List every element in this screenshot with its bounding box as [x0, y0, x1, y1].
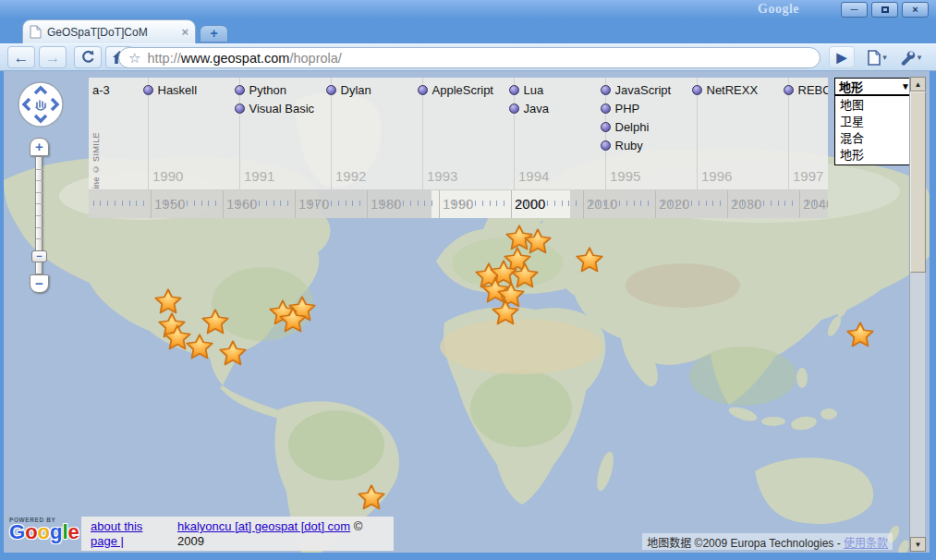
scrollbar-thumb[interactable]	[910, 91, 926, 273]
timeline-minor-tick	[504, 201, 504, 206]
event-dot-icon	[143, 85, 153, 95]
vertical-scrollbar[interactable]: ▲ ▼	[909, 77, 925, 552]
map-type-option[interactable]: 地形	[835, 147, 914, 164]
timeline-decade-label: 1970	[298, 196, 329, 212]
timeline-event[interactable]: Dylan	[326, 83, 371, 96]
bookmark-star-icon[interactable]: ☆	[128, 51, 140, 65]
timeline-minor-tick	[403, 201, 404, 206]
event-label: REBOL	[798, 83, 829, 97]
reload-button[interactable]	[74, 46, 102, 68]
maximize-button[interactable]	[871, 2, 898, 18]
timeline-minor-tick	[778, 201, 779, 206]
timeline-event[interactable]: PHP	[601, 102, 640, 115]
back-button[interactable]: ←	[7, 46, 35, 68]
timeline-event[interactable]: REBOL	[784, 83, 829, 96]
timeline-event[interactable]: Visual Basic	[235, 102, 315, 115]
go-button[interactable]: ▶	[829, 46, 855, 68]
event-label: Ruby	[615, 139, 643, 152]
map-marker-star-icon[interactable]	[219, 339, 247, 367]
map-marker-star-icon[interactable]	[279, 306, 307, 334]
timeline-minor-tick	[136, 201, 137, 206]
timeline-event[interactable]: JavaScript	[601, 83, 672, 96]
zoom-tick	[36, 180, 43, 181]
timeline-year-label: 1993	[427, 168, 457, 184]
scroll-down-button[interactable]: ▼	[910, 537, 926, 552]
map-marker-star-icon[interactable]	[186, 333, 213, 360]
timeline-event[interactable]: Lua	[509, 83, 544, 96]
timeline-event[interactable]: Delphi	[601, 120, 650, 133]
plus-icon: +	[35, 139, 43, 154]
map-marker-star-icon[interactable]	[201, 308, 229, 335]
terms-link[interactable]: 使用条款	[844, 537, 888, 550]
timeline-minor-tick	[352, 201, 353, 206]
map-type-select[interactable]: 地形 ▼	[834, 78, 915, 95]
timeline-minor-tick	[691, 201, 692, 206]
timeline-minor-tick	[331, 201, 332, 206]
title-bar: Google ─ ×	[0, 0, 936, 19]
map-marker-star-icon[interactable]	[576, 246, 603, 274]
timeline-event[interactable]: Haskell	[143, 83, 198, 96]
map-marker-star-icon[interactable]	[492, 298, 519, 326]
event-dot-icon	[418, 85, 428, 95]
timeline-minor-tick	[424, 201, 425, 206]
map-type-options: 地图卫星混合地形	[834, 95, 915, 165]
timeline-year-label: 1997	[793, 168, 823, 184]
page-content: a-3 Timeline © SIMILE 199019911992199319…	[4, 71, 930, 553]
map-marker-star-icon[interactable]	[846, 321, 874, 348]
page-menu-button[interactable]: ▾	[862, 46, 892, 68]
timeline-minor-tick	[619, 201, 620, 206]
zoom-tick	[36, 215, 43, 216]
new-tab-button[interactable]: +	[200, 25, 228, 43]
tools-menu-button[interactable]: ▾	[894, 46, 926, 68]
google-maps-logo[interactable]: POWERED BY Google	[9, 517, 81, 542]
back-icon: ←	[14, 50, 30, 66]
timeline-minor-tick	[482, 201, 483, 206]
timeline-event[interactable]: Java	[509, 102, 549, 115]
timeline-decade-label: 1990	[443, 196, 473, 212]
event-label: Visual Basic	[249, 102, 315, 116]
tab-title: GeOSpaT[DoT]CoM	[47, 26, 176, 39]
wrench-icon	[899, 49, 916, 66]
timeline-event[interactable]: Ruby	[601, 139, 643, 152]
timeline-minor-tick	[107, 201, 108, 206]
timeline-band-languages[interactable]: a-3 Timeline © SIMILE 199019911992199319…	[89, 78, 828, 190]
map-type-option[interactable]: 地图	[835, 97, 914, 114]
event-label: Dylan	[341, 83, 371, 97]
tab-geospat[interactable]: GeOSpaT[DoT]CoM ×	[22, 19, 196, 43]
forward-button[interactable]: →	[39, 46, 67, 68]
timeline-minor-tick	[187, 201, 188, 206]
timeline-decade-label: 2010	[587, 196, 617, 212]
timeline-minor-tick	[338, 201, 339, 206]
zoom-handle[interactable]: −	[31, 250, 47, 262]
scroll-up-button[interactable]: ▲	[910, 77, 926, 91]
caret-icon: ▾	[918, 53, 922, 62]
about-page-link[interactable]: about this page |	[91, 519, 142, 548]
timeline-minor-tick	[640, 201, 641, 206]
close-button[interactable]: ×	[902, 2, 929, 18]
address-bar[interactable]: ☆ http://www.geospat.com/hoprola/	[118, 47, 821, 68]
minimize-button[interactable]: ─	[841, 2, 868, 18]
map-type-option[interactable]: 混合	[835, 130, 914, 147]
zoom-in-button[interactable]: +	[30, 138, 49, 156]
timeline-minor-tick	[346, 201, 346, 206]
timeline-event[interactable]: Python	[235, 83, 286, 96]
map-marker-star-icon[interactable]	[358, 483, 385, 511]
email-link[interactable]: hkalyoncu [at] geospat [dot] com	[177, 519, 350, 533]
timeline-minor-tick	[129, 201, 130, 206]
timeline-minor-tick	[792, 201, 793, 206]
simile-credit: Timeline © SIMILE	[91, 109, 101, 190]
tab-close-icon[interactable]: ×	[181, 27, 188, 38]
map-type-option[interactable]: 卫星	[835, 114, 914, 130]
timeline-minor-tick	[432, 201, 432, 206]
map-pan-control[interactable]	[17, 80, 65, 128]
timeline-minor-tick	[634, 201, 635, 206]
timeline-minor-tick	[712, 201, 713, 206]
timeline-band-decades[interactable]: 1950196019701980199020002010202020302040	[89, 190, 828, 218]
event-dot-icon	[509, 85, 519, 95]
zoom-out-button[interactable]: −	[30, 274, 49, 293]
timeline-minor-tick	[771, 201, 772, 206]
timeline-event[interactable]: AppleScript	[418, 83, 493, 96]
timeline-minor-tick	[554, 201, 555, 206]
event-dot-icon	[326, 85, 336, 95]
timeline-event[interactable]: NetREXX	[692, 83, 759, 96]
